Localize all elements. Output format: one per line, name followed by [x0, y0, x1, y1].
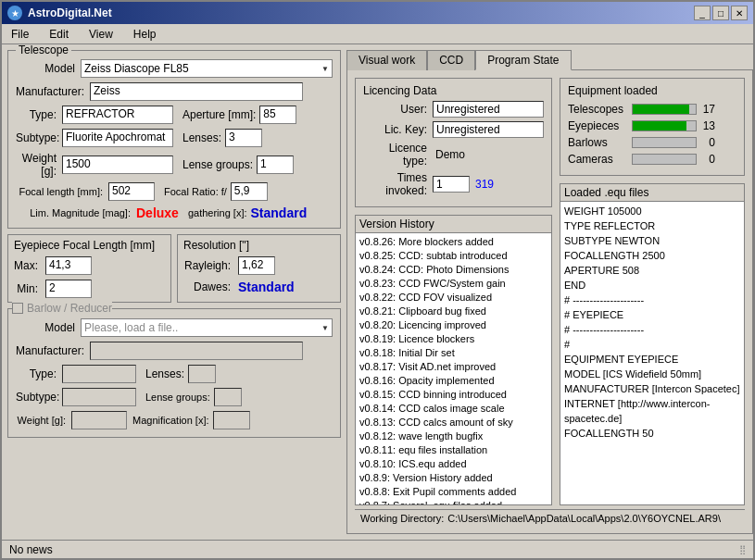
- focal-ratio-input[interactable]: 5,9: [231, 182, 268, 201]
- rayleigh-input[interactable]: 1,62: [238, 256, 275, 275]
- lim-mag-label: Lim. Magnitude [mag]:: [16, 207, 136, 218]
- focal-length-input[interactable]: 502: [108, 182, 155, 201]
- barlow-subtype-row: Subtype: Lense groups:: [16, 388, 333, 406]
- lense-groups-input[interactable]: 1: [257, 156, 294, 174]
- title-bar: ★ AstroDigital.Net _ □ ✕: [2, 2, 753, 24]
- telescopes-count: 17: [700, 103, 715, 116]
- barlow-model-dropdown[interactable]: Please, load a file.. ▼: [81, 318, 333, 337]
- licencing-box: Licencing Data User: Unregistered Lic. K…: [355, 78, 552, 207]
- manufacturer-input[interactable]: Zeiss: [90, 82, 303, 101]
- user-input[interactable]: Unregistered: [433, 101, 544, 118]
- tab-program-state[interactable]: Program State: [475, 50, 571, 70]
- licencing-title: Licencing Data: [363, 84, 544, 97]
- type-input[interactable]: REFRACTOR: [62, 106, 173, 124]
- rayleigh-label: Rayleigh:: [183, 259, 234, 272]
- list-item: INTERNET [http://www.intercon-spacetec.d…: [564, 396, 740, 426]
- barlow-manufacturer-input: [90, 342, 303, 360]
- weight-label: Weight [g]:: [16, 152, 62, 178]
- menu-bar: File Edit View Help: [2, 24, 753, 44]
- window-controls: _ □ ✕: [694, 6, 748, 20]
- type-label: Type:: [16, 108, 62, 121]
- type-aperture-row: Type: REFRACTOR Aperture [mm]: 85: [16, 106, 333, 124]
- title-bar-left: ★ AstroDigital.Net: [7, 6, 112, 20]
- dawes-row: Dawes: Standard: [183, 280, 334, 294]
- resize-grip-icon[interactable]: ⣿: [739, 544, 746, 554]
- left-panel: Telescope Model Zeiss Diascope FL85 ▼ Ma…: [7, 50, 341, 534]
- gathering-label: gathering [x]:: [188, 207, 251, 218]
- barlow-weight-row: Weight [g]: Magnification [x]:: [16, 411, 333, 429]
- lenses-label: Lenses:: [182, 131, 225, 144]
- max-label: Max:: [14, 259, 42, 272]
- list-item: v0.8.10: ICS.equ added: [358, 457, 549, 471]
- model-row: Model Zeiss Diascope FL85 ▼: [16, 59, 333, 78]
- list-item: v0.8.14: CCD calos image scale: [358, 402, 549, 416]
- times-row: Times invoked: 1 319: [363, 171, 544, 197]
- dawes-label: Dawes:: [183, 280, 234, 293]
- tab-ccd[interactable]: CCD: [427, 50, 475, 70]
- equ-files-box: Loaded .equ files WEIGHT 105000TYPE REFL…: [560, 183, 745, 505]
- left-tab-section: Licencing Data User: Unregistered Lic. K…: [355, 78, 552, 505]
- weight-input[interactable]: 1500: [62, 156, 173, 174]
- lic-key-input[interactable]: Unregistered: [433, 121, 544, 138]
- subtype-lenses-row: Subtype: Fluorite Apochromat Lenses: 3: [16, 129, 333, 147]
- list-item: #: [564, 337, 740, 352]
- focal-row: Focal length [mm]: 502 Focal Ratio: f/ 5…: [16, 182, 333, 201]
- lim-mag-value: Deluxe: [136, 205, 179, 220]
- list-item: MANUFACTURER [Intercon Spacetec]: [564, 381, 740, 396]
- barlow-model-label: Model: [16, 321, 81, 334]
- tab-visual-work[interactable]: Visual work: [346, 50, 427, 70]
- menu-file[interactable]: File: [6, 26, 34, 43]
- eyepieces-label: Eyepieces: [568, 119, 628, 132]
- min-row: Min: 2: [14, 280, 165, 298]
- subtype-label: Subtype:: [16, 131, 62, 144]
- lenses-input[interactable]: 3: [225, 129, 262, 147]
- aperture-input[interactable]: 85: [259, 106, 296, 124]
- minimize-button[interactable]: _: [694, 6, 711, 20]
- times-total: 319: [475, 178, 494, 191]
- list-item: v0.8.25: CCD: subtab introduced: [358, 249, 549, 263]
- barlow-magnification-label: Magnification [x]:: [132, 415, 213, 426]
- barlow-manufacturer-label: Manufacturer:: [16, 344, 90, 357]
- list-item: v0.8.9: Version History added: [358, 471, 549, 485]
- list-item: MODEL [ICS Widefield 50mm]: [564, 367, 740, 381]
- times-input[interactable]: 1: [433, 176, 470, 193]
- lic-type-value: Demo: [433, 147, 468, 162]
- model-dropdown[interactable]: Zeiss Diascope FL85 ▼: [81, 59, 333, 78]
- tab-bar: Visual work CCD Program State: [346, 50, 753, 70]
- close-button[interactable]: ✕: [731, 6, 748, 20]
- telescopes-progress: [632, 104, 697, 115]
- list-item: WEIGHT 105000: [564, 204, 740, 218]
- right-tab-section: Equipment loaded Telescopes 17: [560, 78, 745, 505]
- max-input[interactable]: 41,3: [45, 256, 92, 275]
- min-label: Min:: [14, 282, 42, 295]
- working-dir-path: C:\Users\Michael\AppData\Local\Apps\2.0\…: [447, 513, 721, 524]
- cameras-label: Cameras: [568, 153, 628, 166]
- maximize-button[interactable]: □: [712, 6, 729, 20]
- barlow-lenses-input: [188, 365, 216, 383]
- barlow-checkbox[interactable]: [12, 303, 23, 314]
- barlow-manufacturer-row: Manufacturer:: [16, 342, 333, 360]
- eyepieces-row: Eyepieces 13: [568, 119, 736, 132]
- equ-files-title: Loaded .equ files: [560, 184, 744, 202]
- tab-content: Licencing Data User: Unregistered Lic. K…: [346, 69, 753, 534]
- barlow-weight-label: Weight [g]:: [16, 415, 71, 426]
- equ-files-content[interactable]: WEIGHT 105000TYPE REFLECTORSUBTYPE NEWTO…: [560, 202, 744, 504]
- menu-view[interactable]: View: [83, 26, 119, 43]
- barlows-label: Barlows: [568, 136, 628, 149]
- list-item: v0.8.8: Exit Pupil comments added: [358, 485, 549, 499]
- rayleigh-row: Rayleigh: 1,62: [183, 256, 334, 275]
- list-item: v0.8.26: More blockers added: [358, 235, 549, 249]
- cameras-row: Cameras 0: [568, 153, 736, 166]
- equipment-box: Equipment loaded Telescopes 17: [560, 78, 745, 176]
- max-row: Max: 41,3: [14, 256, 165, 275]
- subtype-input[interactable]: Fluorite Apochromat: [62, 129, 173, 147]
- version-history-title: Version History: [356, 216, 551, 233]
- menu-help[interactable]: Help: [128, 26, 162, 43]
- user-row: User: Unregistered: [363, 101, 544, 118]
- menu-edit[interactable]: Edit: [44, 26, 74, 43]
- working-dir: Working Directory: C:\Users\Michael\AppD…: [355, 509, 745, 526]
- version-list[interactable]: v0.8.26: More blockers addedv0.8.25: CCD…: [356, 233, 551, 504]
- list-item: v0.8.18: Initial Dir set: [358, 346, 549, 360]
- min-input[interactable]: 2: [45, 280, 92, 298]
- lic-key-label: Lic. Key:: [363, 123, 433, 136]
